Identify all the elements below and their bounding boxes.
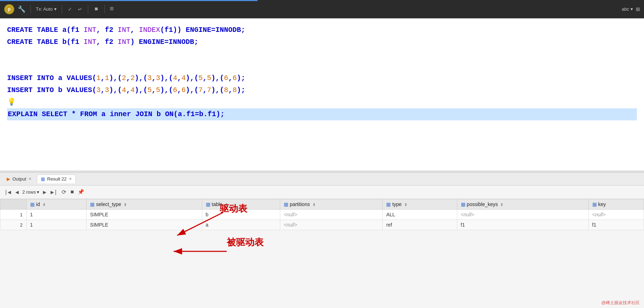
rows-count-label: 2 rows xyxy=(22,189,36,195)
separator-3 xyxy=(88,5,88,13)
check-button[interactable]: ✓ xyxy=(67,5,73,13)
toolbar: p 🔧 Tx: Auto ▾ ✓ ↩ ■ ≡ abc ▾ ⊞ xyxy=(0,0,644,18)
tab-result22-label: Result 22 xyxy=(47,176,67,182)
code-line: CREATE TABLE a(f1 INT, f2 INT, INDEX(f1)… xyxy=(7,24,637,36)
prev-page-button[interactable]: ◀ xyxy=(15,188,19,196)
cell-type: ALL xyxy=(383,210,457,220)
driven-table-label: 被驱动表 xyxy=(227,236,264,249)
right-panel-icon[interactable]: ⊞ xyxy=(636,5,640,13)
code-line xyxy=(7,48,637,60)
editor-area[interactable]: CREATE TABLE a(f1 INT, f2 INT, INDEX(f1)… xyxy=(0,18,644,171)
row-number: 2 xyxy=(0,220,27,230)
col-header-partitions[interactable]: ▦partitions ⬍ xyxy=(280,199,383,210)
tabs-row: ▶ Output ✕ ▦ Result 22 ✕ xyxy=(0,173,644,186)
results-toolbar: |◀ ◀ 2 rows ▾ ▶ ▶| ⟳ ■ 📌 xyxy=(0,186,644,199)
col-header-type[interactable]: ▦type ⬍ xyxy=(383,199,457,210)
next-page-button[interactable]: ▶ xyxy=(42,188,47,196)
row-number: 1 xyxy=(0,210,27,220)
stop-button[interactable]: ■ xyxy=(93,5,100,13)
code-line: 💡 xyxy=(7,96,637,108)
driven-arrow xyxy=(152,241,230,269)
separator-4 xyxy=(104,5,105,13)
tx-chevron: ▾ xyxy=(54,6,57,12)
col-header-key[interactable]: ▦key xyxy=(588,199,644,210)
table-row: 21SIMPLEa<null>reff1f1 xyxy=(0,220,644,230)
pin-button[interactable]: 📌 xyxy=(78,189,84,195)
progress-bar xyxy=(0,0,258,1)
tab-output[interactable]: ▶ Output ✕ xyxy=(3,175,35,183)
cell-key: f1 xyxy=(588,220,644,230)
watermark: @稀土掘金技术社区 xyxy=(601,300,640,306)
code-line: INSERT INTO a VALUES(1,1),(2,2),(3,3),(4… xyxy=(7,72,637,84)
toolbar-right: abc ▾ ⊞ xyxy=(622,5,640,13)
col-header-rownum xyxy=(0,199,27,210)
rows-count-chevron: ▾ xyxy=(37,189,39,195)
tx-dropdown[interactable]: Tx: Auto ▾ xyxy=(36,6,57,12)
cell-select_type: SIMPLE xyxy=(86,210,202,220)
abc-label: abc xyxy=(622,6,629,12)
abc-chevron: ▾ xyxy=(631,6,633,12)
rows-count-dropdown[interactable]: 2 rows ▾ xyxy=(22,189,39,195)
code-line: INSERT INTO b VALUES(3,3),(4,4),(5,5),(6… xyxy=(7,84,637,96)
cell-partitions: <null> xyxy=(280,210,383,220)
last-page-button[interactable]: ▶| xyxy=(50,188,58,196)
output-icon: ▶ xyxy=(7,176,10,182)
cell-key: <null> xyxy=(588,210,644,220)
cell-select_type: SIMPLE xyxy=(86,220,202,230)
col-header-select-type[interactable]: ▦select_type ⬍ xyxy=(86,199,202,210)
results-stop-button[interactable]: ■ xyxy=(70,188,75,196)
separator-1 xyxy=(30,5,31,13)
tab-output-label: Output xyxy=(12,176,26,182)
table-row: 11SIMPLEb<null>ALL<null><null> xyxy=(0,210,644,220)
cell-id: 1 xyxy=(26,220,86,230)
results-table-wrap: ▦id ⬍ ▦select_type ⬍ ▦table ⬍ ▦partition… xyxy=(0,199,644,308)
cell-table: a xyxy=(202,220,280,230)
cell-type: ref xyxy=(383,220,457,230)
separator-2 xyxy=(62,5,62,13)
cell-possible_keys: <null> xyxy=(457,210,588,220)
cell-partitions: <null> xyxy=(280,220,383,230)
cell-table: b xyxy=(202,210,280,220)
col-header-table[interactable]: ▦table ⬍ xyxy=(202,199,280,210)
grid-icon[interactable]: ≡ xyxy=(110,5,114,13)
code-line: CREATE TABLE b(f1 INT, f2 INT) ENGINE=IN… xyxy=(7,36,637,48)
table-icon: ▦ xyxy=(41,176,45,182)
cell-possible_keys: f1 xyxy=(457,220,588,230)
code-line: EXPLAIN SELECT * FROM a inner JOIN b ON(… xyxy=(7,108,637,120)
tab-result22[interactable]: ▦ Result 22 ✕ xyxy=(37,175,76,183)
col-header-possible-keys[interactable]: ▦possible_keys ⬍ xyxy=(457,199,588,210)
avatar: p xyxy=(4,4,14,14)
tab-output-close[interactable]: ✕ xyxy=(28,177,32,181)
tab-result22-close[interactable]: ✕ xyxy=(69,177,72,181)
settings-icon[interactable]: 🔧 xyxy=(18,5,26,13)
abc-dropdown[interactable]: abc ▾ xyxy=(622,6,633,12)
results-table: ▦id ⬍ ▦select_type ⬍ ▦table ⬍ ▦partition… xyxy=(0,199,644,230)
tx-label: Tx: Auto xyxy=(36,6,53,12)
cell-id: 1 xyxy=(26,210,86,220)
refresh-button[interactable]: ⟳ xyxy=(61,188,67,196)
col-header-id[interactable]: ▦id ⬍ xyxy=(26,199,86,210)
first-page-button[interactable]: |◀ xyxy=(4,188,12,196)
bottom-panel: ▶ Output ✕ ▦ Result 22 ✕ |◀ ◀ 2 rows ▾ ▶… xyxy=(0,173,644,308)
undo-button[interactable]: ↩ xyxy=(77,5,83,13)
code-line xyxy=(7,60,637,72)
